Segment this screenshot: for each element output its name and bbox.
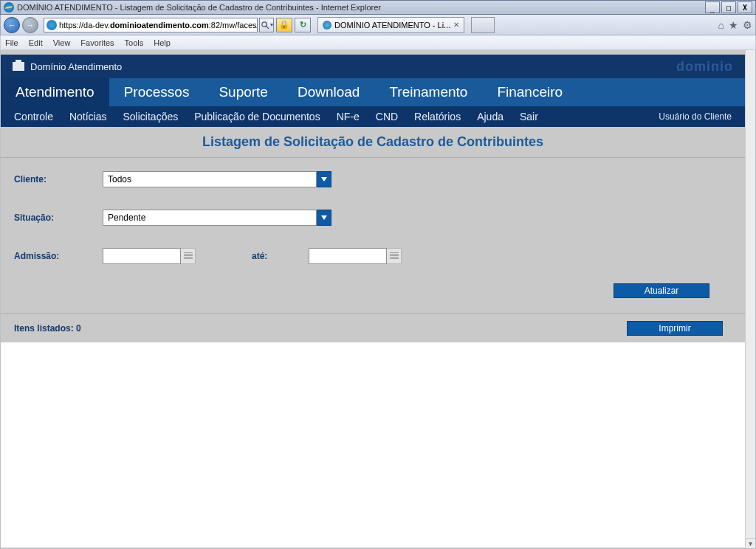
nav-atendimento[interactable]: Atendimento: [1, 78, 109, 106]
user-label: Usuário do Cliente: [659, 111, 732, 122]
cliente-select[interactable]: [103, 171, 317, 187]
app-title: Domínio Atendimento: [30, 61, 122, 72]
label-cliente: Cliente:: [14, 174, 103, 184]
admissao-to-input[interactable]: [309, 248, 387, 264]
imprimir-button[interactable]: Imprimir: [627, 321, 723, 336]
svg-line-1: [266, 26, 269, 29]
menu-view[interactable]: View: [53, 38, 71, 47]
nav-download[interactable]: Download: [283, 78, 375, 106]
url-text: https://da-dev.dominioatendimento.com:82…: [59, 21, 257, 30]
browser-tab-active[interactable]: DOMÍNIO ATENDIMENTO - Li... ✕: [317, 17, 464, 33]
subnav-ajuda[interactable]: Ajuda: [477, 111, 504, 122]
label-admissao: Admissão:: [14, 251, 103, 261]
nav-financeiro[interactable]: Financeiro: [482, 78, 577, 106]
page-title: Listagem de Solicitação de Cadastro de C…: [1, 127, 745, 158]
menu-help[interactable]: Help: [154, 38, 171, 47]
label-situacao: Situação:: [14, 213, 103, 223]
new-tab-button[interactable]: [471, 17, 495, 33]
results-area: [1, 342, 745, 548]
subnav-publicacao[interactable]: Publicação de Documentos: [194, 111, 320, 122]
window-close-button[interactable]: X: [738, 1, 752, 13]
subnav-noticias[interactable]: Notícias: [69, 111, 107, 122]
window-title: DOMÍNIO ATENDIMENTO - Listagem de Solici…: [17, 3, 704, 12]
window-minimize-button[interactable]: _: [705, 1, 720, 13]
back-button[interactable]: ←: [4, 17, 20, 33]
search-button[interactable]: ▾: [259, 18, 274, 32]
tab-close-icon[interactable]: ✕: [453, 21, 459, 29]
cliente-dropdown-button[interactable]: [317, 171, 331, 187]
page-body: Domínio Atendimento dominio Atendimento …: [1, 50, 745, 548]
address-bar[interactable]: https://da-dev.dominioatendimento.com:82…: [44, 18, 258, 32]
admissao-to-calendar-button[interactable]: [387, 248, 402, 264]
list-status-bar: Itens listados: 0 Imprimir: [1, 313, 745, 342]
window-titlebar: DOMÍNIO ATENDIMENTO - Listagem de Solici…: [0, 0, 756, 15]
label-ate: até:: [252, 251, 267, 261]
admissao-from-input[interactable]: [103, 248, 181, 264]
browser-menubar: File Edit View Favorites Tools Help: [0, 35, 756, 50]
atualizar-button[interactable]: Atualizar: [614, 283, 709, 298]
subnav-relatorios[interactable]: Relatórios: [414, 111, 461, 122]
admissao-from-calendar-button[interactable]: [181, 248, 196, 264]
subnav-nfe[interactable]: NF-e: [337, 111, 360, 122]
nav-suporte[interactable]: Suporte: [204, 78, 283, 106]
menu-favorites[interactable]: Favorites: [80, 38, 114, 47]
nav-processos[interactable]: Processos: [109, 78, 205, 106]
tab-label: DOMÍNIO ATENDIMENTO - Li...: [334, 21, 450, 30]
svg-point-0: [261, 21, 266, 26]
sub-nav: Controle Notícias Solicitações Publicaçã…: [1, 106, 745, 127]
forward-button[interactable]: →: [22, 17, 38, 33]
favorites-icon[interactable]: ★: [729, 19, 738, 31]
vertical-scrollbar[interactable]: ▾: [745, 50, 755, 548]
subnav-solicitacoes[interactable]: Solicitações: [123, 111, 179, 122]
nav-treinamento[interactable]: Treinamento: [374, 78, 482, 106]
ie-icon: [4, 2, 14, 13]
window-maximize-button[interactable]: □: [721, 1, 736, 13]
brand-logo: dominio: [676, 59, 733, 75]
list-count: Itens listados: 0: [14, 323, 81, 334]
tools-icon[interactable]: ⚙: [743, 19, 752, 31]
scroll-down-icon[interactable]: ▾: [746, 538, 755, 548]
situacao-select[interactable]: [103, 210, 317, 226]
subnav-cnd[interactable]: CND: [376, 111, 398, 122]
briefcase-icon: [13, 62, 24, 71]
lock-icon[interactable]: 🔒: [276, 18, 292, 32]
menu-edit[interactable]: Edit: [29, 38, 43, 47]
calendar-icon: [390, 252, 399, 260]
situacao-dropdown-button[interactable]: [317, 210, 331, 226]
browser-toolbar: ← → https://da-dev.dominioatendimento.co…: [0, 15, 756, 35]
app-header: Domínio Atendimento dominio: [1, 55, 745, 78]
subnav-controle[interactable]: Controle: [14, 111, 53, 122]
calendar-icon: [184, 252, 193, 260]
filter-form: Cliente: Situação: Admissão:: [1, 158, 745, 313]
browser-viewport: Domínio Atendimento dominio Atendimento …: [0, 50, 756, 549]
tab-favicon-icon: [323, 21, 331, 30]
favicon-icon: [47, 20, 57, 30]
main-nav: Atendimento Processos Suporte Download T…: [1, 78, 745, 106]
refresh-button[interactable]: ↻: [295, 18, 311, 32]
subnav-sair[interactable]: Sair: [520, 111, 538, 122]
menu-file[interactable]: File: [5, 38, 18, 47]
menu-tools[interactable]: Tools: [125, 38, 144, 47]
home-icon[interactable]: ⌂: [718, 19, 724, 31]
browser-right-icons: ⌂ ★ ⚙: [718, 19, 752, 31]
